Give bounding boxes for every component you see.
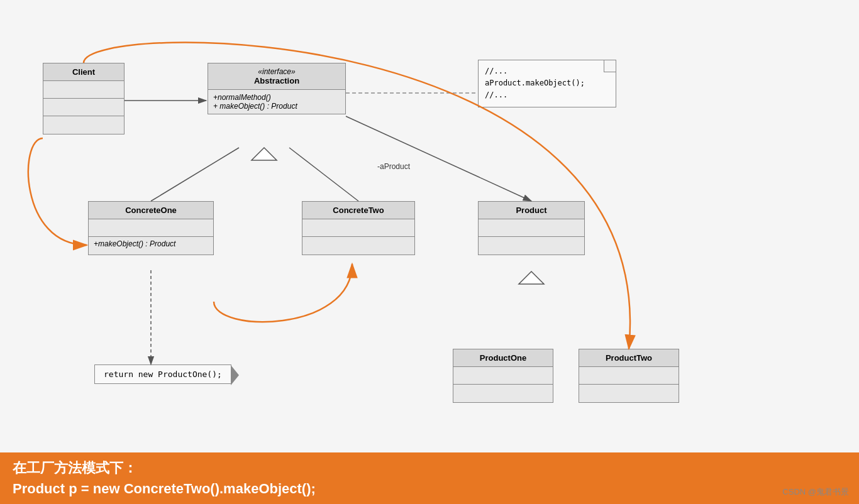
svg-marker-9 [252, 148, 277, 160]
svg-line-7 [151, 148, 239, 201]
concrete-one-header: ConcreteOne [89, 202, 213, 219]
concrete-two-box: ConcreteTwo [302, 201, 415, 255]
product-one-header: ProductOne [453, 349, 553, 367]
product-two-section1 [579, 367, 679, 385]
client-section1 [43, 81, 124, 99]
product-two-box: ProductTwo [579, 349, 679, 403]
product-one-box: ProductOne [453, 349, 553, 403]
note-box: //... aProduct.makeObject(); //... [478, 60, 616, 107]
a-product-label: -aProduct [377, 162, 410, 171]
code-snippet: return new ProductOne(); [94, 364, 231, 384]
product-one-section2 [453, 385, 553, 402]
bottom-bar: 在工厂方法模式下： Product p = new ConcreteTwo().… [0, 452, 859, 504]
product-one-section1 [453, 367, 553, 385]
product-section2 [479, 237, 584, 255]
svg-line-8 [289, 148, 358, 201]
product-two-header: ProductTwo [579, 349, 679, 367]
svg-line-11 [503, 271, 531, 349]
svg-marker-13 [519, 271, 544, 284]
concrete-one-method: +makeObject() : Product [89, 237, 213, 255]
client-section3 [43, 116, 124, 134]
watermark: CSDN @鬼君书景 [782, 486, 849, 498]
concrete-two-section2 [302, 237, 414, 255]
abstraction-methods: +normalMethod()+ makeObject() : Product [208, 90, 345, 114]
product-box: Product [478, 201, 585, 255]
bottom-line1: 在工厂方法模式下： [13, 457, 316, 478]
concrete-one-section1 [89, 219, 213, 237]
abstraction-box: «interface» Abstraction +normalMethod()+… [208, 63, 346, 114]
svg-line-6 [346, 116, 531, 201]
note-line3: //... [485, 89, 609, 101]
note-line2: aProduct.makeObject(); [485, 77, 609, 89]
client-box: Client [43, 63, 125, 134]
svg-line-12 [585, 271, 629, 349]
concrete-two-section1 [302, 219, 414, 237]
abstraction-stereotype: «interface» [213, 67, 340, 76]
note-line1: //... [485, 65, 609, 77]
product-two-section2 [579, 385, 679, 402]
bottom-text: 在工厂方法模式下： Product p = new ConcreteTwo().… [13, 457, 316, 499]
product-section1 [479, 219, 584, 237]
abstraction-header: «interface» Abstraction [208, 63, 345, 90]
concrete-one-box: ConcreteOne +makeObject() : Product [88, 201, 214, 255]
concrete-two-header: ConcreteTwo [302, 202, 414, 219]
client-header: Client [43, 63, 124, 81]
product-header: Product [479, 202, 584, 219]
diagram-area: Client «interface» Abstraction +normalMe… [0, 0, 859, 452]
client-section2 [43, 99, 124, 116]
bottom-line2: Product p = new ConcreteTwo().makeObject… [13, 478, 316, 499]
code-snippet-container: return new ProductOne(); [94, 364, 231, 384]
